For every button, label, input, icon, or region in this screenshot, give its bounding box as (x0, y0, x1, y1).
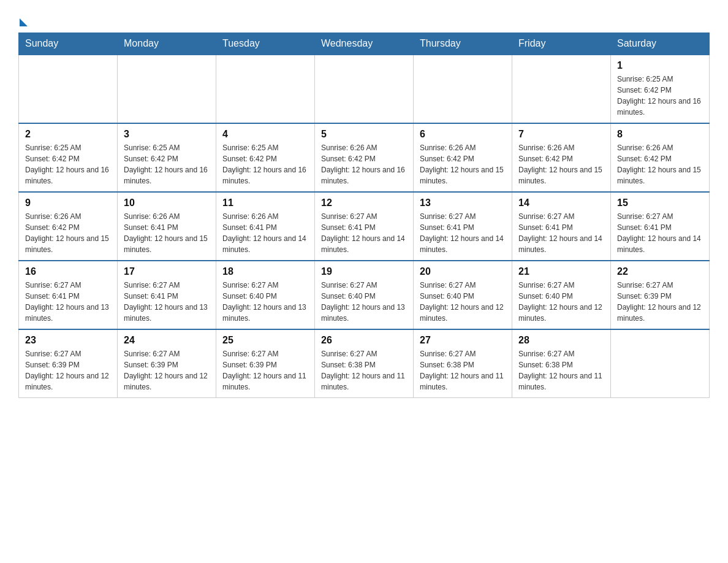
day-number: 2 (25, 129, 111, 140)
weekday-header-monday: Monday (118, 33, 216, 55)
day-info: Sunrise: 6:27 AMSunset: 6:41 PMDaylight:… (321, 211, 407, 255)
calendar-cell (315, 55, 414, 123)
day-info: Sunrise: 6:26 AMSunset: 6:42 PMDaylight:… (25, 211, 111, 255)
day-info: Sunrise: 6:26 AMSunset: 6:42 PMDaylight:… (518, 142, 604, 186)
day-number: 11 (222, 197, 308, 209)
day-number: 7 (518, 129, 604, 140)
calendar-cell (611, 329, 710, 398)
day-number: 8 (617, 129, 703, 140)
weekday-header-tuesday: Tuesday (216, 33, 315, 55)
logo (18, 15, 28, 26)
day-info: Sunrise: 6:27 AMSunset: 6:41 PMDaylight:… (617, 211, 703, 255)
calendar-cell (19, 55, 118, 123)
calendar-cell: 25Sunrise: 6:27 AMSunset: 6:39 PMDayligh… (216, 329, 315, 398)
day-number: 18 (222, 266, 308, 277)
day-number: 22 (617, 266, 703, 277)
calendar-cell: 1Sunrise: 6:25 AMSunset: 6:42 PMDaylight… (611, 55, 710, 123)
day-number: 24 (124, 335, 210, 346)
calendar-cell: 3Sunrise: 6:25 AMSunset: 6:42 PMDaylight… (118, 123, 216, 192)
day-number: 23 (25, 335, 111, 346)
day-number: 3 (124, 129, 210, 140)
day-info: Sunrise: 6:25 AMSunset: 6:42 PMDaylight:… (25, 142, 111, 186)
calendar-cell: 18Sunrise: 6:27 AMSunset: 6:40 PMDayligh… (216, 261, 315, 329)
calendar-cell: 28Sunrise: 6:27 AMSunset: 6:38 PMDayligh… (512, 329, 611, 398)
calendar-cell: 9Sunrise: 6:26 AMSunset: 6:42 PMDaylight… (19, 192, 118, 261)
day-info: Sunrise: 6:27 AMSunset: 6:40 PMDaylight:… (321, 280, 407, 324)
day-info: Sunrise: 6:26 AMSunset: 6:42 PMDaylight:… (617, 142, 703, 186)
calendar-header: SundayMondayTuesdayWednesdayThursdayFrid… (19, 33, 710, 55)
calendar-week-3: 9Sunrise: 6:26 AMSunset: 6:42 PMDaylight… (19, 192, 710, 261)
calendar-table: SundayMondayTuesdayWednesdayThursdayFrid… (18, 33, 710, 398)
logo-arrow-icon (20, 18, 28, 26)
day-info: Sunrise: 6:27 AMSunset: 6:40 PMDaylight:… (222, 280, 308, 324)
day-number: 5 (321, 129, 407, 140)
calendar-cell: 4Sunrise: 6:25 AMSunset: 6:42 PMDaylight… (216, 123, 315, 192)
day-info: Sunrise: 6:27 AMSunset: 6:41 PMDaylight:… (25, 280, 111, 324)
calendar-body: 1Sunrise: 6:25 AMSunset: 6:42 PMDaylight… (19, 55, 710, 398)
calendar-cell: 12Sunrise: 6:27 AMSunset: 6:41 PMDayligh… (315, 192, 414, 261)
day-number: 10 (124, 197, 210, 209)
calendar-cell: 6Sunrise: 6:26 AMSunset: 6:42 PMDaylight… (414, 123, 512, 192)
day-number: 1 (617, 60, 703, 71)
calendar-cell: 10Sunrise: 6:26 AMSunset: 6:41 PMDayligh… (118, 192, 216, 261)
calendar-cell: 21Sunrise: 6:27 AMSunset: 6:40 PMDayligh… (512, 261, 611, 329)
day-number: 15 (617, 197, 703, 209)
calendar-cell: 20Sunrise: 6:27 AMSunset: 6:40 PMDayligh… (414, 261, 512, 329)
day-info: Sunrise: 6:27 AMSunset: 6:41 PMDaylight:… (518, 211, 604, 255)
weekday-header-row: SundayMondayTuesdayWednesdayThursdayFrid… (19, 33, 710, 55)
day-info: Sunrise: 6:25 AMSunset: 6:42 PMDaylight:… (124, 142, 210, 186)
weekday-header-sunday: Sunday (19, 33, 118, 55)
day-info: Sunrise: 6:27 AMSunset: 6:39 PMDaylight:… (617, 280, 703, 324)
day-number: 4 (222, 129, 308, 140)
day-info: Sunrise: 6:27 AMSunset: 6:41 PMDaylight:… (420, 211, 506, 255)
day-info: Sunrise: 6:26 AMSunset: 6:41 PMDaylight:… (124, 211, 210, 255)
day-info: Sunrise: 6:25 AMSunset: 6:42 PMDaylight:… (222, 142, 308, 186)
day-number: 17 (124, 266, 210, 277)
day-number: 12 (321, 197, 407, 209)
day-number: 13 (420, 197, 506, 209)
calendar-cell: 15Sunrise: 6:27 AMSunset: 6:41 PMDayligh… (611, 192, 710, 261)
calendar-cell: 16Sunrise: 6:27 AMSunset: 6:41 PMDayligh… (19, 261, 118, 329)
calendar-week-2: 2Sunrise: 6:25 AMSunset: 6:42 PMDaylight… (19, 123, 710, 192)
calendar-cell: 8Sunrise: 6:26 AMSunset: 6:42 PMDaylight… (611, 123, 710, 192)
calendar-cell: 24Sunrise: 6:27 AMSunset: 6:39 PMDayligh… (118, 329, 216, 398)
calendar-cell (512, 55, 611, 123)
calendar-cell: 13Sunrise: 6:27 AMSunset: 6:41 PMDayligh… (414, 192, 512, 261)
day-info: Sunrise: 6:27 AMSunset: 6:38 PMDaylight:… (420, 348, 506, 393)
calendar-cell: 2Sunrise: 6:25 AMSunset: 6:42 PMDaylight… (19, 123, 118, 192)
calendar-cell: 14Sunrise: 6:27 AMSunset: 6:41 PMDayligh… (512, 192, 611, 261)
calendar-cell: 5Sunrise: 6:26 AMSunset: 6:42 PMDaylight… (315, 123, 414, 192)
calendar-cell: 17Sunrise: 6:27 AMSunset: 6:41 PMDayligh… (118, 261, 216, 329)
day-number: 26 (321, 335, 407, 346)
calendar-cell: 22Sunrise: 6:27 AMSunset: 6:39 PMDayligh… (611, 261, 710, 329)
day-number: 20 (420, 266, 506, 277)
day-number: 25 (222, 335, 308, 346)
day-number: 27 (420, 335, 506, 346)
day-number: 21 (518, 266, 604, 277)
day-info: Sunrise: 6:26 AMSunset: 6:42 PMDaylight:… (321, 142, 407, 186)
calendar-cell: 23Sunrise: 6:27 AMSunset: 6:39 PMDayligh… (19, 329, 118, 398)
weekday-header-friday: Friday (512, 33, 611, 55)
day-info: Sunrise: 6:27 AMSunset: 6:40 PMDaylight:… (518, 280, 604, 324)
day-number: 9 (25, 197, 111, 209)
day-number: 6 (420, 129, 506, 140)
page-header (18, 15, 710, 26)
day-info: Sunrise: 6:27 AMSunset: 6:38 PMDaylight:… (321, 348, 407, 393)
day-number: 19 (321, 266, 407, 277)
calendar-cell: 19Sunrise: 6:27 AMSunset: 6:40 PMDayligh… (315, 261, 414, 329)
calendar-cell (118, 55, 216, 123)
calendar-cell: 26Sunrise: 6:27 AMSunset: 6:38 PMDayligh… (315, 329, 414, 398)
calendar-week-5: 23Sunrise: 6:27 AMSunset: 6:39 PMDayligh… (19, 329, 710, 398)
day-info: Sunrise: 6:26 AMSunset: 6:41 PMDaylight:… (222, 211, 308, 255)
day-info: Sunrise: 6:27 AMSunset: 6:40 PMDaylight:… (420, 280, 506, 324)
calendar-cell (414, 55, 512, 123)
day-info: Sunrise: 6:25 AMSunset: 6:42 PMDaylight:… (617, 74, 703, 118)
day-number: 16 (25, 266, 111, 277)
day-number: 28 (518, 335, 604, 346)
calendar-week-4: 16Sunrise: 6:27 AMSunset: 6:41 PMDayligh… (19, 261, 710, 329)
calendar-cell: 27Sunrise: 6:27 AMSunset: 6:38 PMDayligh… (414, 329, 512, 398)
calendar-cell: 7Sunrise: 6:26 AMSunset: 6:42 PMDaylight… (512, 123, 611, 192)
weekday-header-wednesday: Wednesday (315, 33, 414, 55)
calendar-week-1: 1Sunrise: 6:25 AMSunset: 6:42 PMDaylight… (19, 55, 710, 123)
day-info: Sunrise: 6:27 AMSunset: 6:38 PMDaylight:… (518, 348, 604, 393)
